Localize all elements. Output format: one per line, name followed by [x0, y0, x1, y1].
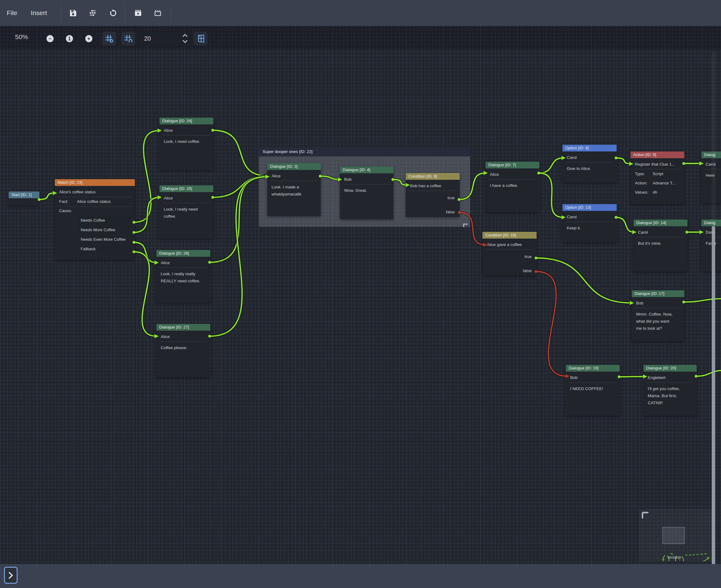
- wire: [210, 177, 267, 336]
- fact-value: Alice coffee status: [77, 197, 110, 206]
- wire: [616, 158, 631, 164]
- graph-canvas[interactable]: 50% − 1 + 20: [0, 26, 721, 564]
- node-dialogue-cut-top[interactable]: DialogCarolHere: [701, 151, 721, 203]
- spin-down-icon[interactable]: [181, 39, 189, 44]
- action-label: Register that Clue 1...: [631, 160, 684, 169]
- translate-dialogue-icon[interactable]: [86, 0, 99, 26]
- toolbar-separator: [125, 4, 125, 22]
- minimap-toggle[interactable]: [194, 32, 208, 46]
- node-title: Dialogue [ID: 4]: [340, 167, 394, 173]
- node-title: Option [ID: 13]: [563, 204, 617, 211]
- reset-icon[interactable]: [107, 0, 119, 26]
- node-action-9[interactable]: Action [ID: 9]Register that Clue 1...Typ…: [631, 151, 684, 204]
- node-option-8[interactable]: Option [ID: 8]CarolGive to Alice.: [563, 145, 617, 183]
- zoom-in-button[interactable]: +: [85, 35, 92, 42]
- app-window: File Insert: [0, 0, 721, 588]
- new-scene-icon[interactable]: [151, 0, 164, 26]
- node-title: Match [ID: 23]: [55, 179, 135, 186]
- node-match-23[interactable]: Match [ID: 23]Alice's coffee statusFact:…: [55, 179, 135, 259]
- dialogue-text: I'll get you coffee,Mama. But first,CATN…: [643, 383, 697, 406]
- node-title: Action [ID: 9]: [631, 151, 684, 158]
- menu-insert[interactable]: Insert: [31, 0, 47, 26]
- node-dialogue-19[interactable]: Dialogue [ID: 19]BobI NEED COFFEE!: [566, 365, 620, 416]
- node-dialogue-cut-bottom[interactable]: DialogDaveFair e: [701, 219, 721, 271]
- node-body: Alice gave a coffeetruefalse: [482, 238, 536, 275]
- group-title: Super dooper ones [ID: 22]: [259, 147, 470, 156]
- dialogue-text: But it's mine.: [634, 237, 687, 247]
- zoom-out-button[interactable]: −: [46, 35, 54, 42]
- dialogue-text: Coffee please.: [156, 342, 210, 351]
- connection-wires: [0, 0, 721, 588]
- dialogue-text: Wow. Great.: [340, 184, 394, 194]
- speaker-label: Alice: [160, 126, 213, 135]
- property-value: 4h: [653, 188, 657, 197]
- node-dialogue-3[interactable]: Dialogue [ID: 3]AliceLook. I made awhatd…: [267, 163, 321, 216]
- node-body: DaveFair e: [701, 226, 721, 271]
- match-case[interactable]: Fallback: [78, 245, 130, 253]
- wire: [134, 197, 160, 232]
- snap-distance-input[interactable]: 20: [140, 32, 179, 46]
- node-body: AliceLook, I really reallyREALLY need co…: [156, 257, 210, 302]
- wire: [696, 370, 721, 376]
- wire: [134, 197, 160, 232]
- wire: [536, 272, 567, 376]
- minimap-panel[interactable]: [639, 509, 715, 561]
- match-case[interactable]: Needs Even More Coffee: [78, 235, 130, 244]
- save-icon[interactable]: [67, 0, 79, 26]
- node-start-1[interactable]: Start [ID: 1]: [8, 191, 39, 206]
- node-title: Dialogue [ID: 19]: [566, 365, 620, 372]
- node-title: Dialogue [ID: 27]: [156, 324, 210, 331]
- speaker-label: Alice: [486, 170, 539, 179]
- node-dialogue-26[interactable]: Dialogue [ID: 26]AliceLook, I really rea…: [156, 250, 210, 302]
- property-value: Script: [653, 169, 663, 178]
- dialogue-text: Look, I really needcoffee.: [160, 203, 213, 220]
- node-dialogue-24[interactable]: Dialogue [ID: 24]AliceLook, I need coffe…: [160, 118, 213, 170]
- property-label: Values:: [635, 188, 653, 197]
- node-dialogue-25[interactable]: Dialogue [ID: 25]AliceLook, I really nee…: [160, 185, 213, 238]
- node-dialogue-17[interactable]: Dialogue [ID: 17]BobMmm. Coffee. Now,wha…: [632, 290, 684, 341]
- minimap-wire: [681, 559, 708, 561]
- expand-panel-button[interactable]: [4, 567, 18, 584]
- vertical-scrollbar-thumb[interactable]: [712, 226, 715, 576]
- snap-connections-toggle[interactable]: [121, 32, 135, 46]
- menu-file[interactable]: File: [7, 0, 17, 26]
- node-dialogue-14[interactable]: Dialogue [ID: 14]CarolBut it's mine.: [634, 219, 687, 272]
- node-title: Dialogue [ID: 3]: [267, 163, 321, 170]
- output-true-label: true: [406, 194, 460, 202]
- match-case[interactable]: Needs More Coffee: [78, 225, 130, 234]
- wire: [39, 193, 55, 200]
- minimap-viewport[interactable]: [662, 527, 685, 544]
- play-scene-icon[interactable]: [132, 0, 144, 26]
- speaker-label: Alice: [160, 194, 213, 203]
- speaker-label: Bob: [632, 299, 684, 308]
- spin-up-icon[interactable]: [181, 33, 189, 38]
- fact-row: Fact:Alice coffee status: [55, 197, 135, 206]
- wire: [536, 258, 632, 303]
- vertical-scrollbar[interactable]: [712, 52, 716, 583]
- node-body: AliceLook, I really needcoffee.: [160, 192, 213, 238]
- wire: [39, 193, 55, 200]
- node-body: CarolKeep it.: [563, 211, 617, 242]
- speaker-label: Carol: [701, 160, 721, 169]
- node-option-13[interactable]: Option [ID: 13]CarolKeep it.: [563, 204, 617, 242]
- snap-grid-toggle[interactable]: [102, 32, 116, 46]
- minimap-wire: [663, 555, 665, 561]
- zoom-reset-button[interactable]: 1: [66, 35, 73, 42]
- node-dialogue-4[interactable]: Dialogue [ID: 4]BobWow. Great.: [340, 167, 394, 219]
- match-case[interactable]: Needs Coffee: [78, 216, 130, 225]
- minimap-grabber-icon[interactable]: [641, 511, 651, 521]
- output-false-label: false: [406, 208, 460, 216]
- dialogue-text: Look. I made awhatdyamacallit.: [267, 181, 321, 198]
- node-condition-6[interactable]: Condition [ID: 6]Bob has a coffeetruefal…: [406, 173, 460, 217]
- wire: [536, 258, 632, 303]
- node-condition-16[interactable]: Condition [ID: 16]Alice gave a coffeetru…: [482, 232, 536, 275]
- node-body: CarolGive to Alice.: [563, 151, 617, 183]
- dialogue-text: Here: [701, 169, 721, 179]
- cases-label: Cases:: [55, 207, 135, 215]
- row-divider: [409, 191, 457, 191]
- node-dialogue-27[interactable]: Dialogue [ID: 27]AliceCoffee please.: [156, 324, 210, 377]
- node-title: Condition [ID: 6]: [406, 173, 460, 180]
- node-dialogue-7[interactable]: Dialogue [ID: 7]AliceI have a coffee.: [486, 162, 539, 212]
- node-dialogue-20[interactable]: Dialogue [ID: 20]EnglebertI'll get you c…: [643, 365, 697, 416]
- speaker-label: Carol: [563, 153, 617, 162]
